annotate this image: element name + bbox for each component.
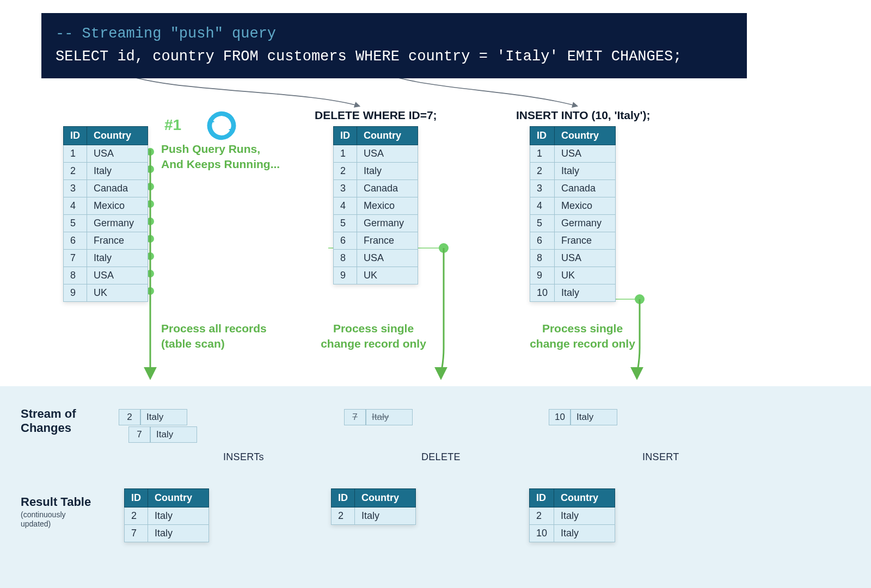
- op-label-delete: DELETE: [421, 451, 461, 463]
- step-caption: Push Query Runs, And Keeps Running...: [161, 141, 280, 172]
- process-caption-single-1: Process single change record only: [314, 321, 433, 352]
- table-row: 2Italy: [64, 163, 148, 180]
- stage-title-delete: DELETE WHERE ID=7;: [315, 109, 437, 122]
- table-row: 1USA: [64, 145, 148, 163]
- table-row: 2Italy: [125, 507, 209, 525]
- table-row: 9UK: [530, 267, 616, 284]
- table-row: 2Italy: [530, 163, 616, 180]
- table-row: 7Italy: [64, 250, 148, 267]
- stream-record-deleted: 7Italy: [344, 409, 413, 425]
- op-label-inserts: INSERTs: [223, 451, 264, 463]
- table-row: 5Germany: [530, 215, 616, 232]
- stream-record: 10Italy: [549, 409, 617, 425]
- stage-title-insert: INSERT INTO (10, 'Italy');: [516, 109, 650, 122]
- source-table-initial: IDCountry 1USA 2Italy 3Canada 4Mexico 5G…: [63, 126, 148, 302]
- sql-code-block: -- Streaming "push" query SELECT id, cou…: [41, 13, 747, 78]
- step-number-badge: #1: [164, 116, 181, 134]
- table-row: 6France: [530, 232, 616, 250]
- table-row: 2Italy: [530, 507, 615, 525]
- table-row: 10Italy: [530, 525, 615, 542]
- table-row: 3Canada: [530, 180, 616, 197]
- stream-of-changes-label: Stream of Changes: [21, 407, 76, 436]
- table-row: 8USA: [64, 267, 148, 284]
- table-row: 3Canada: [64, 180, 148, 197]
- table-row: 2Italy: [334, 163, 418, 180]
- table-row: 6France: [64, 232, 148, 250]
- process-caption-single-2: Process single change record only: [523, 321, 642, 352]
- table-row: 9UK: [64, 284, 148, 302]
- table-row: 1USA: [334, 145, 418, 163]
- table-row: 4Mexico: [334, 197, 418, 215]
- table-row: 4Mexico: [64, 197, 148, 215]
- stream-record: 7Italy: [128, 426, 197, 443]
- result-table-label: Result Table (continuously updated): [21, 495, 91, 529]
- op-label-insert: INSERT: [642, 451, 679, 463]
- source-table-after-insert: IDCountry 1USA 2Italy 3Canada 4Mexico 5G…: [530, 126, 616, 302]
- result-table-a: IDCountry 2Italy 7Italy: [124, 488, 209, 542]
- table-row: 9UK: [334, 267, 418, 284]
- process-caption-all: Process all records (table scan): [161, 321, 267, 352]
- sql-comment: -- Streaming "push" query: [56, 26, 276, 42]
- table-row: 8USA: [334, 250, 418, 267]
- svg-point-13: [635, 294, 645, 304]
- table-row: 8USA: [530, 250, 616, 267]
- table-row: 5Germany: [64, 215, 148, 232]
- stream-record: 2Italy: [119, 409, 187, 425]
- refresh-icon: [206, 110, 237, 141]
- sql-statement: SELECT id, country FROM customers WHERE …: [56, 48, 682, 65]
- result-table-b: IDCountry 2Italy: [331, 488, 416, 525]
- table-row: 7Italy: [125, 525, 209, 542]
- table-row: 6France: [334, 232, 418, 250]
- source-table-after-delete: IDCountry 1USA 2Italy 3Canada 4Mexico 5G…: [333, 126, 418, 284]
- svg-point-11: [439, 243, 449, 253]
- table-row: 3Canada: [334, 180, 418, 197]
- table-row: 10Italy: [530, 284, 616, 302]
- table-row: 1USA: [530, 145, 616, 163]
- table-row: 5Germany: [334, 215, 418, 232]
- table-row: 4Mexico: [530, 197, 616, 215]
- table-row: 2Italy: [332, 507, 416, 525]
- result-table-c: IDCountry 2Italy 10Italy: [529, 488, 615, 542]
